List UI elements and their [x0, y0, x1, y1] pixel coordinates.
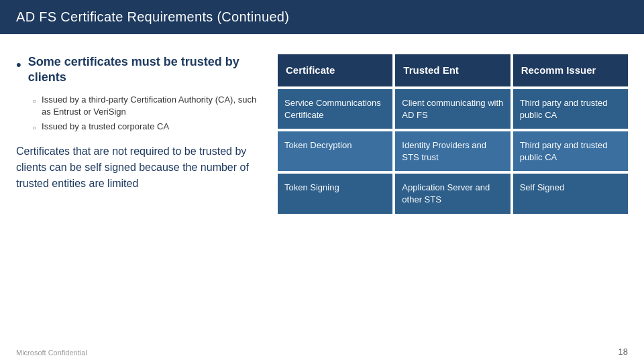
- table-header-certificate: Certificate: [278, 54, 392, 86]
- table-header-recomm-issuer: Recomm Issuer: [513, 54, 628, 86]
- bullet-item: • Some certificates must be trusted by c…: [16, 54, 258, 86]
- table-header-trusted-ent: Trusted Ent: [395, 54, 510, 86]
- table-row-1-col-3: Third party and trusted public CA: [513, 89, 628, 129]
- table-row-1-col-1: Service Communications Certificate: [278, 89, 392, 129]
- data-table: Certificate Trusted Ent Recomm Issuer Se…: [278, 54, 628, 214]
- footer-page-number: 18: [619, 347, 628, 357]
- table-row-2-col-3: Third party and trusted public CA: [513, 131, 628, 171]
- table-row-1-col-2: Client communicating with AD FS: [395, 89, 510, 129]
- main-content: • Some certificates must be trusted by c…: [0, 34, 644, 221]
- page-title: AD FS Certificate Requirements (Continue…: [16, 9, 289, 24]
- sub-bullet-2: ○ Issued by a trusted corporate CA: [32, 121, 258, 133]
- sub-bullet-icon-1: ○: [32, 97, 36, 106]
- bullet-main-text: Some certificates must be trusted by cli…: [28, 54, 258, 86]
- page-header: AD FS Certificate Requirements (Continue…: [0, 0, 644, 34]
- bottom-paragraph: Certificates that are not required to be…: [16, 143, 258, 192]
- sub-bullet-text-1: Issued by a third-party Certification Au…: [42, 94, 258, 118]
- table-row-3-col-2: Application Server and other STS: [395, 174, 510, 213]
- sub-bullet-1: ○ Issued by a third-party Certification …: [32, 94, 258, 118]
- sub-bullet-icon-2: ○: [32, 123, 36, 133]
- bullet-icon: •: [16, 56, 21, 75]
- table-row-2-col-2: Identity Providers and STS trust: [395, 131, 510, 171]
- footer: Microsoft Confidential 18: [0, 340, 644, 362]
- sub-bullet-text-2: Issued by a trusted corporate CA: [42, 121, 169, 133]
- footer-confidential-text: Microsoft Confidential: [16, 349, 87, 357]
- table-row-2-col-1: Token Decryption: [278, 131, 392, 171]
- page-wrapper: AD FS Certificate Requirements (Continue…: [0, 0, 644, 362]
- table-row-3-col-1: Token Signing: [278, 174, 392, 213]
- left-panel: • Some certificates must be trusted by c…: [16, 54, 264, 214]
- sub-bullets-container: ○ Issued by a third-party Certification …: [32, 94, 258, 133]
- right-panel: Certificate Trusted Ent Recomm Issuer Se…: [278, 54, 628, 214]
- table-row-3-col-3: Self Signed: [513, 174, 628, 213]
